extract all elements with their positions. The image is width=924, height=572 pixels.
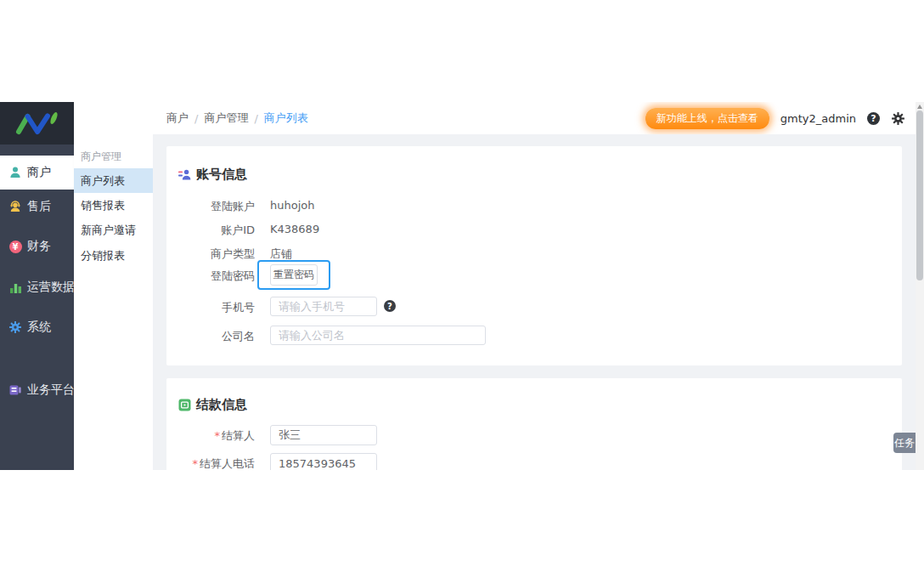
topbar-right: 新功能上线，点击查看 gmty2_admin ? (645, 108, 905, 129)
merchant-type-value: 店铺 (270, 246, 292, 262)
finance-yuan-icon: ¥ (8, 241, 23, 253)
secondary-sidebar: 商户管理 商户列表 销售报表 新商户邀请 分销报表 (74, 102, 153, 470)
settlement-info-card: 结款信息 *结算人 *结算人电话 (166, 378, 902, 470)
aftersales-headset-icon (8, 200, 23, 213)
account-id-label: 账户ID (166, 223, 255, 238)
login-password-label: 登陆密码 (166, 269, 255, 284)
help-icon[interactable]: ? (867, 112, 880, 125)
sidebar-item-operations-data[interactable]: 运营数据 (0, 270, 74, 304)
new-feature-notice-badge[interactable]: 新功能上线，点击查看 (645, 108, 769, 129)
settler-phone-input[interactable] (270, 453, 377, 470)
sidebar-item-finance[interactable]: ¥ 财务 (0, 229, 74, 263)
company-input[interactable] (270, 326, 486, 345)
settlement-money-icon (178, 399, 191, 411)
scrollbar-up-arrow[interactable] (917, 105, 922, 109)
submenu-group-label: 商户管理 (81, 150, 121, 164)
settings-gear-icon[interactable] (891, 111, 905, 126)
page: 商户 售后 ¥ 财务 运营数据 (0, 0, 924, 572)
phone-input[interactable] (270, 297, 377, 316)
sidebar-item-business-platform[interactable]: 业务平台 (0, 373, 74, 407)
sidebar-item-merchant[interactable]: 商户 (0, 156, 74, 190)
account-info-title: 账号信息 (196, 167, 247, 183)
account-info-card: 账号信息 登陆账户 huhojoh 账户ID K438689 商户类型 店铺 登… (166, 146, 902, 365)
breadcrumb: 商户 / 商户管理 / 商户列表 (166, 110, 308, 126)
phone-help-icon[interactable]: ? (384, 300, 396, 312)
breadcrumb-merchant-list-current: 商户列表 (264, 110, 308, 126)
business-platform-icon (8, 383, 23, 397)
submenu-item-new-merchant-invite[interactable]: 新商户邀请 (74, 218, 153, 242)
sidebar-item-label: 业务平台 (27, 382, 75, 398)
merchant-person-icon (8, 166, 23, 179)
operations-chart-icon (8, 281, 23, 294)
reset-password-button[interactable]: 重置密码 (270, 264, 318, 286)
content-area: 账号信息 登陆账户 huhojoh 账户ID K438689 商户类型 店铺 登… (153, 134, 916, 470)
system-gear-icon (8, 320, 23, 334)
logo-icon (13, 110, 62, 136)
sidebar-item-label: 商户 (27, 165, 51, 180)
sidebar-item-label: 系统 (27, 320, 51, 335)
merchant-type-label: 商户类型 (166, 246, 255, 262)
scrollbar-track[interactable] (916, 102, 924, 470)
submenu-item-sales-report[interactable]: 销售报表 (74, 193, 153, 218)
sidebar-item-label: 财务 (27, 239, 51, 254)
breadcrumb-merchant[interactable]: 商户 (166, 110, 189, 126)
login-account-label: 登陆账户 (166, 199, 255, 214)
settler-phone-label: *结算人电话 (166, 456, 255, 470)
submenu-item-distribution-report[interactable]: 分销报表 (74, 243, 153, 268)
company-label: 公司名 (166, 329, 255, 344)
phone-label: 手机号 (166, 300, 255, 315)
breadcrumb-separator: / (254, 112, 257, 125)
required-mark: * (215, 429, 221, 442)
submenu-item-merchant-list[interactable]: 商户列表 (74, 168, 153, 193)
settler-label: *结算人 (166, 428, 255, 444)
account-contact-icon (178, 168, 191, 181)
account-id-value: K438689 (270, 223, 319, 235)
settler-input[interactable] (270, 425, 377, 445)
login-account-value: huhojoh (270, 199, 314, 212)
account-info-header: 账号信息 (178, 167, 247, 183)
task-tab[interactable]: 任务 (893, 433, 916, 453)
app-logo[interactable] (0, 102, 74, 144)
sidebar-item-system[interactable]: 系统 (0, 310, 74, 344)
breadcrumb-separator: / (194, 112, 198, 125)
username[interactable]: gmty2_admin (780, 112, 856, 125)
primary-sidebar: 商户 售后 ¥ 财务 运营数据 (0, 102, 74, 470)
breadcrumb-merchant-management[interactable]: 商户管理 (204, 110, 248, 126)
sidebar-item-label: 售后 (27, 199, 51, 214)
scrollbar-thumb[interactable] (916, 110, 923, 280)
topbar: 商户 / 商户管理 / 商户列表 新功能上线，点击查看 gmty2_admin … (153, 102, 916, 134)
required-mark: * (193, 457, 199, 470)
sidebar-item-label: 运营数据 (27, 280, 75, 295)
admin-app-window: 商户 售后 ¥ 财务 运营数据 (0, 102, 924, 470)
settlement-info-header: 结款信息 (178, 397, 247, 413)
settlement-info-title: 结款信息 (196, 397, 247, 413)
sidebar-item-aftersales[interactable]: 售后 (0, 190, 74, 224)
